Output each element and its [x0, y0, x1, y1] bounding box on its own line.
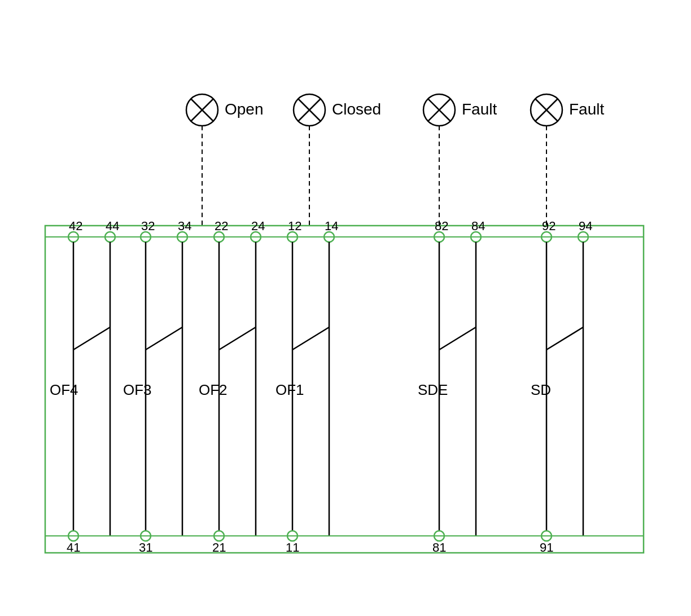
svg-line-68 — [546, 327, 583, 350]
diagram-container: Open Closed Fault Fault 42 — [0, 0, 691, 616]
switch-sde: SDE — [418, 381, 448, 398]
terminal-12: 12 — [288, 219, 301, 233]
svg-line-33 — [73, 327, 110, 350]
svg-line-47 — [219, 327, 256, 350]
terminal-11: 11 — [286, 540, 299, 555]
terminal-94: 94 — [579, 219, 592, 233]
terminal-14: 14 — [325, 219, 338, 233]
terminal-21: 21 — [212, 540, 226, 555]
terminal-41: 41 — [67, 540, 80, 555]
switch-of1: OF1 — [275, 381, 304, 398]
terminal-91: 91 — [540, 540, 553, 555]
terminal-31: 31 — [139, 540, 152, 555]
terminal-81: 81 — [432, 540, 446, 555]
switch-sd: SD — [531, 381, 551, 398]
terminal-22: 22 — [215, 219, 228, 233]
svg-line-54 — [292, 327, 329, 350]
closed-label: Closed — [332, 100, 381, 118]
terminal-84: 84 — [471, 219, 485, 233]
fault2-label: Fault — [569, 100, 604, 118]
switch-of2: OF2 — [199, 381, 228, 398]
terminal-82: 82 — [435, 219, 448, 233]
terminal-34: 34 — [178, 219, 191, 233]
terminal-24: 24 — [251, 219, 265, 233]
svg-line-40 — [146, 327, 182, 350]
terminal-42: 42 — [69, 219, 82, 233]
switch-of3: OF3 — [123, 381, 152, 398]
fault1-label: Fault — [462, 100, 497, 118]
terminal-44: 44 — [106, 219, 119, 233]
svg-line-61 — [439, 327, 476, 350]
switch-of4: OF4 — [50, 381, 78, 398]
terminal-92: 92 — [542, 219, 556, 233]
open-label: Open — [225, 100, 264, 118]
terminal-32: 32 — [141, 219, 155, 233]
